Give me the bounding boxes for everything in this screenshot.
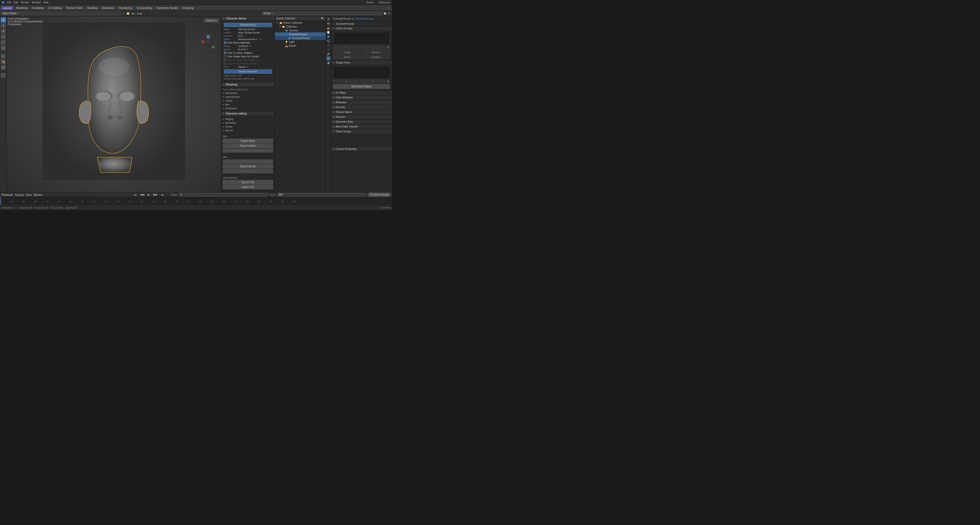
options-button[interactable]: Options ▾ bbox=[204, 18, 219, 23]
scene-icon[interactable]: 🎬 bbox=[326, 17, 331, 21]
cursor-tool[interactable]: ✛ bbox=[1, 23, 6, 28]
move-tool[interactable]: ✥ bbox=[1, 29, 6, 34]
prev-keyframe-btn[interactable]: ◀◀ bbox=[139, 193, 145, 196]
remove-btn[interactable]: Remove bbox=[362, 50, 390, 54]
mesh-data-icon[interactable]: ▽ bbox=[326, 56, 331, 60]
select-btn[interactable]: Select bbox=[333, 55, 361, 59]
remesh-header[interactable]: ▶ Remesh bbox=[331, 115, 392, 119]
tab-uv-editing[interactable]: UV Editing bbox=[46, 6, 64, 10]
marker-label[interactable]: Marker bbox=[34, 193, 42, 196]
deselect-btn[interactable]: Deselect bbox=[362, 55, 390, 59]
export-vgs-btn[interactable]: Export VGs bbox=[223, 180, 273, 184]
viewport[interactable]: Front Orthographic (1) Collection | Exam… bbox=[6, 16, 221, 192]
select-tool[interactable]: ↖ bbox=[1, 17, 6, 22]
use-z-rotation-check[interactable] bbox=[224, 51, 226, 54]
viewport-3d[interactable] bbox=[6, 16, 221, 192]
viewport-overlays[interactable]: ⊙ bbox=[122, 12, 125, 15]
vertex-groups-prop-header[interactable]: ▼ Vertex Groups bbox=[331, 26, 392, 31]
morphing-assets-header[interactable]: ▶ Assets bbox=[223, 99, 273, 103]
finalization-header[interactable]: ▶ Finalization bbox=[223, 106, 273, 110]
import-export-header[interactable]: ▶ Import/Export bbox=[223, 95, 273, 99]
tab-shading[interactable]: Shading bbox=[85, 6, 99, 10]
to-scene-range-btn[interactable]: To Scene Range bbox=[368, 192, 390, 197]
particle-icon[interactable]: ✦ bbox=[326, 43, 331, 48]
plus-icon[interactable]: + bbox=[387, 6, 391, 10]
outliner-example-human-mesh[interactable]: ▶ 🔷 ExampleHuman bbox=[275, 36, 326, 40]
export-faces-btn[interactable]: Export faces bbox=[223, 139, 273, 143]
remove-shape-key-btn[interactable]: − bbox=[360, 79, 385, 84]
export-subset-btn[interactable]: Export subset bbox=[223, 144, 273, 148]
shape-keys-prop-header[interactable]: ▼ Shape Keys bbox=[331, 60, 392, 65]
custom-properties-header[interactable]: ▶ Custom Properties bbox=[331, 147, 392, 151]
outliner-search[interactable]: 🔍 bbox=[321, 17, 324, 20]
morphing-header[interactable]: ▼ Morphing bbox=[221, 82, 275, 87]
color-attributes-header[interactable]: ▶ Color Attributes bbox=[331, 95, 392, 100]
menu-file[interactable]: File bbox=[7, 1, 11, 4]
object-mode-dropdown[interactable]: Object Mode ▼ bbox=[1, 11, 121, 15]
playback-label[interactable]: Playback bbox=[2, 193, 13, 196]
parts-groups-header[interactable]: ▼ Parts Groups bbox=[331, 129, 392, 134]
tab-rendering[interactable]: Rendering bbox=[117, 6, 134, 10]
reload-library-btn[interactable]: Reload library bbox=[224, 23, 272, 27]
randomize-header[interactable]: ▶ Randomize bbox=[223, 91, 273, 95]
view-label[interactable]: View bbox=[25, 193, 32, 196]
outliner-camera[interactable]: ▶ 📷 Camera bbox=[275, 29, 326, 32]
constraint-icon[interactable]: 🔗 bbox=[326, 52, 331, 56]
add-vertex-group-btn[interactable]: + bbox=[333, 45, 359, 49]
tab-modeling[interactable]: Modeling bbox=[14, 6, 30, 10]
next-keyframe-btn[interactable]: ▶▶ bbox=[153, 193, 158, 196]
keying-label[interactable]: Keying bbox=[15, 193, 24, 196]
outliner-scene-collection[interactable]: ▼ 📁 Scene Collection bbox=[275, 21, 326, 25]
vertex-groups-list[interactable] bbox=[333, 32, 390, 44]
mesh-data-transfer-header[interactable]: ▶ Mesh Data Transfer bbox=[331, 124, 392, 129]
outliner-collection[interactable]: ▼ 📁 Collection bbox=[275, 25, 326, 29]
view-shading[interactable]: ◼◻◑◉ bbox=[131, 12, 143, 15]
add-tool[interactable]: + bbox=[1, 73, 6, 78]
navigation-gizmo[interactable]: Y X Z bbox=[200, 34, 216, 49]
menu-help[interactable]: Help bbox=[43, 1, 49, 4]
tab-geometry-nodes[interactable]: Geometry Nodes bbox=[155, 6, 180, 10]
char-library-header[interactable]: ▼ Character library bbox=[221, 16, 275, 21]
symmetry-header[interactable]: ▶ Symmetry bbox=[223, 121, 273, 125]
proportional-editing[interactable]: ⊙ bbox=[388, 12, 391, 15]
view-layer-icon[interactable]: 📑 bbox=[326, 30, 331, 35]
import-vgs-btn[interactable]: Import VGs bbox=[223, 185, 273, 189]
tab-texture-paint[interactable]: Texture Paint bbox=[64, 6, 84, 10]
menu-edit[interactable]: Edit bbox=[14, 1, 18, 4]
outliner-light[interactable]: ▶ 💡 Light bbox=[275, 40, 326, 44]
import-expression-check[interactable] bbox=[224, 62, 226, 65]
use-shape-keys-check[interactable] bbox=[224, 55, 226, 58]
assign-btn[interactable]: Assign bbox=[333, 50, 361, 54]
char-editing-header[interactable]: ▼ Character editing bbox=[221, 111, 275, 116]
menu-window[interactable]: Window bbox=[32, 1, 41, 4]
start-frame-input[interactable]: 1 bbox=[179, 193, 268, 197]
add-shape-key-btn[interactable]: + bbox=[333, 79, 359, 84]
morphing-hair-header[interactable]: ▶ Hair bbox=[223, 103, 273, 106]
attributes-header[interactable]: ▶ Attributes bbox=[331, 100, 392, 105]
rotate-tool[interactable]: ↻ bbox=[1, 34, 6, 39]
menu-render[interactable]: Render bbox=[21, 1, 29, 4]
texture-space-header[interactable]: ▶ Texture Space bbox=[331, 110, 392, 114]
import-morphing-check[interactable] bbox=[224, 59, 226, 61]
import-hair-btn[interactable]: Import hair bbox=[223, 169, 273, 173]
char-assets-header[interactable]: ▶ Assets bbox=[223, 125, 273, 128]
file-io-header[interactable]: ▶ File I/O bbox=[223, 128, 273, 132]
normals-header[interactable]: ▶ Normals bbox=[331, 105, 392, 109]
physics-icon[interactable]: ⚛ bbox=[326, 48, 331, 52]
modifier-icon[interactable]: 🔧 bbox=[326, 39, 331, 43]
add-rest-position-btn[interactable]: Add Rest Position bbox=[333, 84, 390, 89]
export-bone-settings-btn[interactable]: Export Bone settings bbox=[223, 148, 273, 153]
export-all-hair-btn[interactable]: Export all hair bbox=[223, 164, 273, 168]
timeline-ruler[interactable]: 0 10 20 30 40 50 60 70 80 90 100 110 120… bbox=[0, 197, 392, 205]
end-frame-input[interactable]: 250 bbox=[277, 193, 366, 197]
uv-maps-header[interactable]: ▶ UV Maps bbox=[331, 90, 392, 95]
tab-compositing[interactable]: Compositing bbox=[135, 6, 154, 10]
shape-key-specials-btn[interactable]: ▼ bbox=[386, 79, 390, 84]
annotate-tool[interactable]: ✏ bbox=[1, 54, 6, 59]
outliner-export[interactable]: ▶ 📤 Export bbox=[275, 44, 326, 48]
jump-end-btn[interactable]: ⏭ bbox=[160, 193, 165, 196]
render-icon[interactable]: 📷 bbox=[326, 22, 331, 26]
export-hair-btn[interactable]: Export hair bbox=[223, 159, 273, 164]
vg-specials-btn[interactable]: ▼ bbox=[386, 45, 390, 49]
snap-btn[interactable]: 🔲 bbox=[383, 12, 387, 15]
